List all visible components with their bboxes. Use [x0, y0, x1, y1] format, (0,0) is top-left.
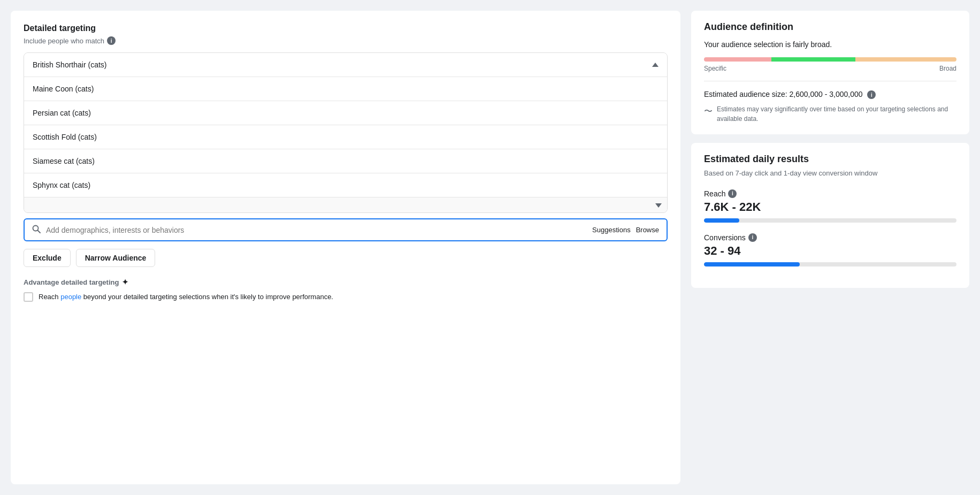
- search-icon: [32, 225, 41, 235]
- gauge-labels: Specific Broad: [704, 65, 956, 72]
- daily-results-subtitle: Based on 7-day click and 1-day view conv…: [704, 168, 956, 179]
- audience-description-text: Your audience selection is fairly broad.: [704, 40, 956, 49]
- gauge-active-segment: [771, 57, 855, 62]
- list-item[interactable]: Scottish Fold (cats): [24, 125, 667, 149]
- conversions-label: Conversions i: [704, 233, 956, 242]
- gauge-label-specific: Specific: [704, 65, 726, 72]
- gauge-container: Specific Broad: [704, 57, 956, 72]
- exclude-button[interactable]: Exclude: [24, 249, 71, 267]
- section-title: Detailed targeting: [24, 24, 668, 33]
- audience-definition-card: Audience definition Your audience select…: [691, 11, 969, 134]
- daily-results-title: Estimated daily results: [704, 154, 956, 165]
- targeting-list: British Shorthair (cats) Maine Coon (cat…: [24, 52, 668, 213]
- sparkle-icon: ✦: [122, 278, 128, 286]
- section-subtitle: Include people who match i: [24, 36, 668, 45]
- audience-size-text: Estimated audience size: 2,600,000 - 3,0…: [704, 90, 956, 99]
- conversions-bar-fill: [704, 262, 800, 266]
- reach-label: Reach i: [704, 189, 956, 198]
- list-item[interactable]: British Shorthair (cats): [24, 53, 667, 77]
- advantage-checkbox[interactable]: [24, 292, 33, 302]
- scroll-down-indicator: [24, 197, 667, 212]
- list-scroll-area[interactable]: British Shorthair (cats) Maine Coon (cat…: [24, 53, 667, 197]
- conversions-info-icon[interactable]: i: [748, 233, 757, 242]
- estimate-note: 〜 Estimates may vary significantly over …: [704, 104, 956, 124]
- list-item[interactable]: Sphynx cat (cats): [24, 173, 667, 197]
- audience-size-info-icon[interactable]: i: [867, 90, 876, 99]
- people-link[interactable]: people: [60, 293, 81, 301]
- advantage-section: Advantage detailed targeting ✦ Reach peo…: [24, 278, 668, 302]
- subtitle-info-icon[interactable]: i: [107, 36, 116, 45]
- suggestions-button[interactable]: Suggestions: [592, 226, 631, 234]
- conversions-value: 32 - 94: [704, 244, 956, 258]
- right-panel: Audience definition Your audience select…: [691, 11, 969, 484]
- list-item[interactable]: Maine Coon (cats): [24, 77, 667, 101]
- advantage-title: Advantage detailed targeting ✦: [24, 278, 668, 286]
- reach-bar-fill: [704, 218, 739, 223]
- audience-definition-title: Audience definition: [704, 21, 956, 33]
- search-box: Suggestions Browse: [24, 218, 668, 241]
- narrow-audience-button[interactable]: Narrow Audience: [76, 249, 156, 267]
- gauge-specific-segment: [704, 57, 771, 62]
- chevron-up-icon: [652, 63, 659, 67]
- svg-line-1: [38, 231, 41, 233]
- conversions-bar-track: [704, 262, 956, 266]
- reach-value: 7.6K - 22K: [704, 200, 956, 214]
- gauge-label-broad: Broad: [939, 65, 956, 72]
- graph-icon: 〜: [704, 105, 713, 118]
- reach-info-icon[interactable]: i: [728, 189, 737, 198]
- advantage-description: Reach people beyond your detailed target…: [24, 292, 668, 302]
- daily-results-card: Estimated daily results Based on 7-day c…: [691, 143, 969, 288]
- list-item[interactable]: Persian cat (cats): [24, 101, 667, 125]
- action-buttons-row: Exclude Narrow Audience: [24, 249, 668, 267]
- gauge-bar: [704, 57, 956, 62]
- gauge-broad-segment: [855, 57, 956, 62]
- list-item[interactable]: Siamese cat (cats): [24, 149, 667, 173]
- chevron-down-icon: [655, 203, 662, 208]
- divider: [704, 81, 956, 81]
- search-input[interactable]: [46, 226, 587, 234]
- search-actions: Suggestions Browse: [592, 226, 659, 234]
- browse-button[interactable]: Browse: [636, 226, 659, 234]
- left-panel: Detailed targeting Include people who ma…: [11, 11, 680, 484]
- reach-bar-track: [704, 218, 956, 223]
